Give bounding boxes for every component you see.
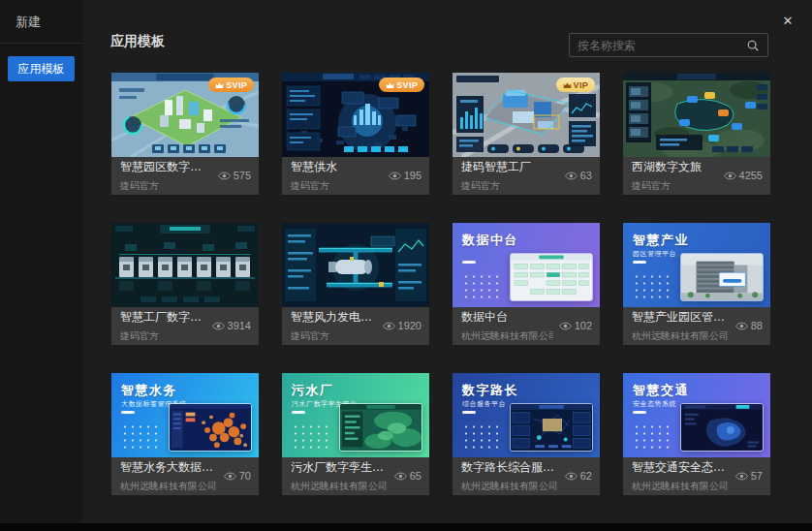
- template-gallery-dialog: 新建 应用模板 应用模板 ✕ SVIP 智慧园区数字驾驶舱 捷码官方: [0, 0, 812, 531]
- thumb-dash-decoration: [633, 261, 646, 264]
- card-meta-text: 智慧风力发电看板 捷码官方: [291, 309, 377, 343]
- thumb-heading: 智慧水务: [121, 382, 177, 399]
- thumb-heading: 数字路长: [462, 382, 518, 399]
- sidebar-item-new[interactable]: 新建: [0, 0, 82, 44]
- card-meta-text: 污水厂数字孪生平台 杭州远眺科技有限公司: [291, 459, 389, 493]
- card-thumbnail: SVIP: [282, 73, 429, 157]
- template-card[interactable]: 智慧工厂数字看板 捷码官方 3914: [111, 223, 259, 345]
- card-meta: 智慧交通安全态势... 杭州远眺科技有限公司 57: [623, 457, 770, 495]
- card-views: 62: [565, 470, 592, 482]
- card-meta: 数据中台 杭州远眺科技有限公司 102: [453, 307, 600, 345]
- card-views: 195: [389, 170, 422, 181]
- card-views-count: 65: [410, 470, 422, 482]
- card-views-count: 57: [751, 470, 763, 482]
- card-author: 捷码官方: [632, 179, 718, 193]
- eye-icon: [724, 172, 736, 180]
- eye-icon: [735, 472, 748, 481]
- search-icon[interactable]: [746, 39, 760, 52]
- card-title: 西湖数字文旅: [632, 159, 718, 175]
- thumb-inset-screenshot: [680, 253, 764, 301]
- template-grid: SVIP 智慧园区数字驾驶舱 捷码官方 575 SVIP 智慧供水: [111, 73, 770, 495]
- card-title: 数据中台: [461, 309, 553, 326]
- card-views-count: 88: [751, 320, 763, 331]
- card-meta: 智慧产业园区管理... 杭州远眺科技有限公司 88: [623, 307, 770, 345]
- template-card[interactable]: 数据中台 数据中台 杭州远眺科技有限公司 102: [453, 223, 600, 345]
- template-card[interactable]: 智慧产业园区管理平台 智慧产业园区管理... 杭州远眺科技有限公司 88: [623, 223, 770, 345]
- card-meta-text: 智慧供水 捷码官方: [291, 159, 383, 193]
- thumb-dots-decoration: [462, 273, 503, 299]
- card-meta: 智慧供水 捷码官方 195: [282, 157, 429, 195]
- close-icon[interactable]: ✕: [777, 10, 798, 31]
- vip-badge: SVIP: [208, 78, 254, 92]
- card-thumbnail: [623, 73, 770, 157]
- card-author: 杭州远眺科技有限公司: [461, 480, 559, 493]
- crown-icon: [215, 81, 224, 89]
- card-author: 捷码官方: [120, 179, 212, 193]
- vip-badge-label: SVIP: [396, 80, 418, 90]
- card-author: 杭州远眺科技有限公司: [632, 480, 730, 493]
- card-meta: 智慧水务大数据标... 杭州远眺科技有限公司 70: [111, 457, 259, 495]
- thumb-dash-decoration: [462, 411, 476, 414]
- thumb-inset-screenshot: [680, 403, 764, 452]
- thumb-subtitle: 园区管理平台: [633, 249, 676, 259]
- card-views-count: 575: [234, 170, 251, 181]
- thumb-dots-decoration: [633, 273, 673, 299]
- eye-icon: [394, 472, 407, 481]
- card-views-count: 62: [580, 470, 592, 482]
- thumb-heading: 数据中台: [462, 232, 518, 249]
- card-thumbnail: 污水厂污水厂数字孪生平台: [282, 373, 429, 457]
- card-thumbnail: 智慧水务大数据标签管理系统: [111, 373, 259, 457]
- card-thumbnail: 智慧产业园区管理平台: [623, 223, 770, 307]
- card-meta: 智慧风力发电看板 捷码官方 1920: [282, 307, 429, 345]
- thumb-inset-screenshot: [510, 253, 593, 301]
- card-meta-text: 智慧工厂数字看板 捷码官方: [120, 309, 206, 343]
- card-author: 杭州远眺科技有限公司: [461, 329, 553, 343]
- template-card[interactable]: 数字路长综合服务平台 数字路长综合服务... 杭州远眺科技有限公司 62: [453, 373, 600, 495]
- template-card[interactable]: SVIP 智慧供水 捷码官方 195: [282, 73, 429, 195]
- card-title: 智慧水务大数据标...: [120, 459, 218, 476]
- template-card[interactable]: 智慧交通安全态势系统 智慧交通安全态势... 杭州远眺科技有限公司 57: [623, 373, 770, 495]
- thumb-dots-decoration: [121, 423, 162, 450]
- thumb-scene-lake: [623, 73, 770, 157]
- card-author: 捷码官方: [120, 329, 206, 343]
- template-card[interactable]: 污水厂污水厂数字孪生平台 污水厂数字孪生平台 杭州远眺科技有限公司 65: [282, 373, 429, 495]
- search-input[interactable]: [578, 39, 746, 52]
- main-panel: 应用模板 ✕ SVIP 智慧园区数字驾驶舱 捷码官方 575: [82, 0, 812, 523]
- card-views-count: 4255: [739, 170, 763, 181]
- card-views-count: 1920: [398, 320, 422, 331]
- thumb-dash-decoration: [462, 261, 476, 264]
- card-views-count: 102: [575, 320, 592, 331]
- template-card[interactable]: SVIP 智慧园区数字驾驶舱 捷码官方 575: [111, 73, 259, 195]
- card-meta-text: 数字路长综合服务... 杭州远眺科技有限公司: [461, 459, 559, 493]
- thumb-dash-decoration: [633, 411, 646, 414]
- template-card[interactable]: 智慧风力发电看板 捷码官方 1920: [282, 223, 429, 345]
- template-card[interactable]: VIP 捷码智慧工厂 捷码官方 63: [453, 73, 600, 195]
- sidebar: 新建 应用模板: [0, 0, 82, 523]
- card-meta: 西湖数字文旅 捷码官方 4255: [623, 157, 770, 195]
- eye-icon: [565, 172, 578, 180]
- card-meta: 污水厂数字孪生平台 杭州远眺科技有限公司 65: [282, 457, 429, 495]
- card-views: 65: [394, 470, 422, 482]
- thumb-scene-prodline: [111, 223, 259, 307]
- thumb-scene-wind: [282, 223, 429, 307]
- eye-icon: [565, 472, 578, 481]
- crown-icon: [563, 81, 572, 89]
- template-card[interactable]: 西湖数字文旅 捷码官方 4255: [623, 73, 770, 195]
- card-views-count: 63: [580, 170, 592, 181]
- thumb-dots-decoration: [292, 423, 332, 450]
- eye-icon: [735, 322, 748, 330]
- sidebar-item-app-templates[interactable]: 应用模板: [8, 56, 75, 81]
- card-title: 智慧交通安全态势...: [632, 459, 730, 476]
- card-thumbnail: 数字路长综合服务平台: [453, 373, 600, 457]
- card-views-count: 195: [404, 170, 422, 181]
- thumb-dots-decoration: [462, 423, 503, 450]
- template-card[interactable]: 智慧水务大数据标签管理系统 智慧水务大数据标... 杭州远眺科技有限公司 70: [111, 373, 259, 495]
- card-meta-text: 智慧园区数字驾驶舱 捷码官方: [120, 159, 212, 193]
- card-title: 污水厂数字孪生平台: [291, 459, 389, 476]
- thumb-dash-decoration: [292, 411, 305, 414]
- card-views: 3914: [212, 320, 251, 331]
- search-box: [569, 33, 768, 57]
- thumb-inset-screenshot: [339, 403, 422, 452]
- thumb-subtitle: 综合服务平台: [462, 399, 506, 409]
- card-title: 数字路长综合服务...: [461, 459, 559, 476]
